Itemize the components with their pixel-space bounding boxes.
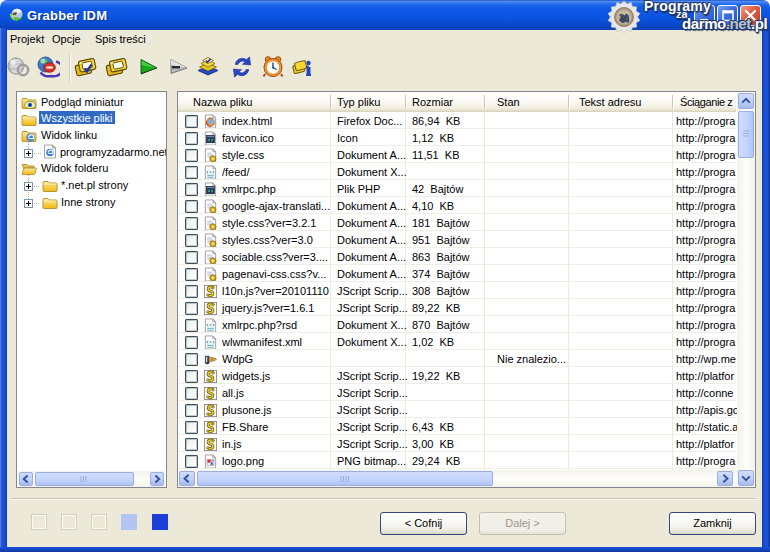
svg-text:24: 24: [620, 14, 628, 23]
